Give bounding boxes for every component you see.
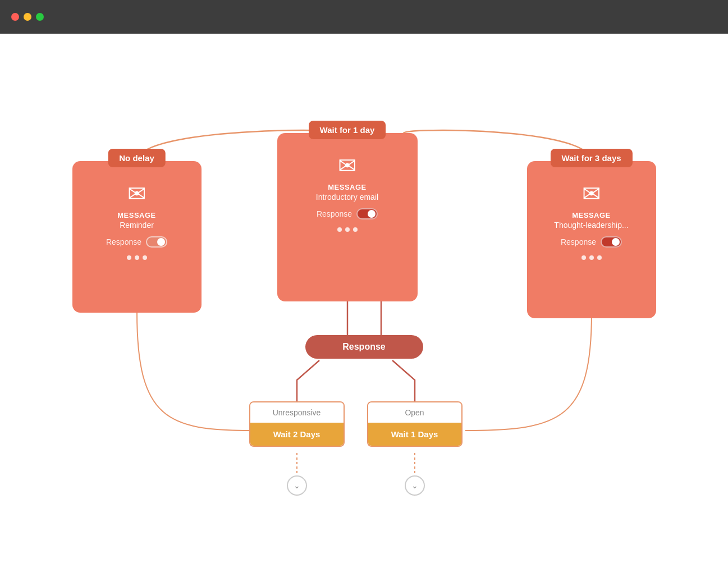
dot-6 [353, 227, 358, 232]
left-card-header: No delay [108, 149, 166, 167]
dot-5 [345, 227, 350, 232]
center-card-type: MESSAGE [289, 183, 406, 191]
chevron-left[interactable]: ⌄ [287, 475, 307, 496]
dot-3 [143, 255, 147, 260]
left-toggle[interactable] [146, 236, 167, 248]
right-card-header: Wait for 3 days [550, 149, 632, 167]
center-envelope-icon: ✉ [289, 153, 406, 178]
canvas: No delay ✉ MESSAGE Reminder Response Wai… [0, 34, 728, 563]
left-card-type: MESSAGE [84, 211, 190, 219]
minimize-button[interactable] [24, 13, 31, 21]
left-response-label: Response [106, 237, 141, 246]
right-card-type: MESSAGE [538, 211, 645, 219]
branch-card-left[interactable]: Unresponsive Wait 2 Days [249, 401, 345, 447]
branch-body-right: Wait 1 Days [368, 423, 461, 446]
maximize-button[interactable] [36, 13, 44, 21]
chevron-down-icon-2: ⌄ [411, 481, 418, 490]
right-toggle[interactable] [601, 236, 622, 248]
right-response-label: Response [561, 237, 596, 246]
right-card[interactable]: Wait for 3 days ✉ MESSAGE Thought-leader… [527, 161, 656, 318]
center-card-name: Introductory email [289, 193, 406, 202]
branch-body-left: Wait 2 Days [250, 423, 344, 446]
dot-2 [135, 255, 139, 260]
branch-header-right: Open [368, 402, 461, 423]
branch-card-right[interactable]: Open Wait 1 Days [367, 401, 463, 447]
left-response-row: Response [84, 236, 190, 248]
dot-1 [127, 255, 131, 260]
close-button[interactable] [11, 13, 19, 21]
chevron-down-icon: ⌄ [294, 481, 300, 490]
right-dots [538, 255, 645, 260]
titlebar [0, 0, 728, 34]
center-card[interactable]: Wait for 1 day ✉ MESSAGE Introductory em… [277, 133, 418, 301]
response-pill[interactable]: Response [305, 335, 423, 359]
left-card[interactable]: No delay ✉ MESSAGE Reminder Response [72, 161, 202, 313]
right-envelope-icon: ✉ [538, 181, 645, 207]
dot-7 [582, 255, 586, 260]
left-envelope-icon: ✉ [84, 181, 190, 207]
center-dots [289, 227, 406, 232]
center-response-label: Response [317, 209, 352, 218]
dot-4 [337, 227, 342, 232]
left-card-name: Reminder [84, 221, 190, 230]
right-response-row: Response [538, 236, 645, 248]
center-response-row: Response [289, 208, 406, 219]
dot-9 [597, 255, 602, 260]
left-dots [84, 255, 190, 260]
center-card-header: Wait for 1 day [309, 121, 386, 139]
center-toggle[interactable] [356, 208, 378, 219]
dot-8 [589, 255, 594, 260]
chevron-right[interactable]: ⌄ [405, 475, 425, 496]
right-card-name: Thought-leadership... [538, 221, 645, 230]
flow-container: No delay ✉ MESSAGE Reminder Response Wai… [56, 94, 673, 515]
branch-header-left: Unresponsive [250, 402, 344, 423]
